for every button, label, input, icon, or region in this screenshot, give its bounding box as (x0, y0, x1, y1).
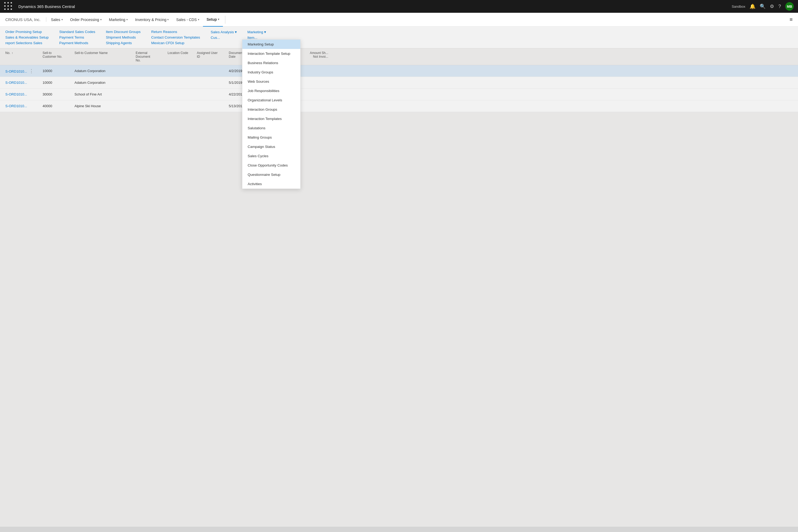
cell-sell-to-4: 40000 (40, 104, 72, 108)
cell-name-3: School of Fine Art (72, 92, 134, 96)
cell-sell-to-1: 10000 (40, 69, 72, 73)
mega-link-payment-terms[interactable]: Payment Terms (59, 35, 95, 39)
mega-col-3: Item Discount Groups Shipment Methods Sh… (106, 30, 141, 45)
app-title: Dynamics 365 Business Central (18, 4, 728, 9)
mega-link-item-discount-groups[interactable]: Item Discount Groups (106, 30, 141, 34)
nav-caret-order-processing: ▾ (100, 18, 101, 21)
col-header-user-id[interactable]: Assigned UserID (195, 49, 227, 65)
col-header-amount-not-invoiced[interactable]: Amount Sh...Not Invoi... (299, 49, 330, 65)
settings-icon[interactable]: ⚙ (770, 3, 774, 9)
cell-no-3[interactable]: S-ORD1010... (3, 92, 40, 96)
nav-label-setup: Setup (207, 17, 217, 22)
col-header-ext-doc[interactable]: ExternalDocumentNo. (134, 49, 166, 65)
col-header-loc-code[interactable]: Location Code (166, 49, 195, 65)
cell-name-1: Adatum Corporation (72, 69, 134, 73)
table-row[interactable]: S-ORD1010... ⋮ 10000 Adatum Corporation … (0, 65, 798, 77)
col-header-sell-to[interactable]: Sell-toCustomer No. (40, 49, 72, 65)
nav-label-inventory-pricing: Inventory & Pricing (135, 18, 167, 22)
dropdown-item-organizational-levels[interactable]: Organizational Levels (242, 95, 300, 105)
cell-sell-to-3: 30000 (40, 92, 72, 96)
mega-link-report-selections[interactable]: report Selections Sales (5, 41, 49, 45)
mega-col-4: Return Reasons Contact Conversion Templa… (151, 30, 200, 45)
nav-item-setup[interactable]: Setup ▾ (203, 13, 223, 26)
cell-no-1[interactable]: S-ORD1010... ⋮ (3, 68, 40, 74)
mega-link-shipping-agents[interactable]: Shipping Agents (106, 41, 141, 45)
bell-icon[interactable]: 🔔 (749, 3, 756, 9)
mega-col-5: Sales Analysis ▾ Cus... (211, 30, 237, 45)
table-row[interactable]: S-ORD1010... 30000 School of Fine Art 4/… (0, 89, 798, 100)
cell-no-2[interactable]: S-ORD1010... (3, 81, 40, 84)
mega-link-shipment-methods[interactable]: Shipment Methods (106, 35, 141, 39)
nav-label-order-processing: Order Processing (70, 18, 99, 22)
sort-arrow-no: ↑ (12, 52, 13, 55)
nav-item-sales-cds[interactable]: Sales - CDS ▾ (172, 13, 203, 26)
mega-link-sales-analysis[interactable]: Sales Analysis ▾ (211, 30, 237, 34)
mega-col-2: Standard Sales Codes Payment Terms Payme… (59, 30, 95, 45)
nav-label-sales-cds: Sales - CDS (176, 18, 196, 22)
mega-link-sales-receivables[interactable]: Sales & Receivables Setup (5, 35, 49, 39)
mega-link-mexican-cfdi[interactable]: Mexican CFDI Setup (151, 41, 200, 45)
main-nav-menu: Sales ▾ Order Processing ▾ Marketing ▾ I… (48, 13, 790, 26)
mega-link-payment-methods[interactable]: Payment Methods (59, 41, 95, 45)
mega-link-standard-sales-codes[interactable]: Standard Sales Codes (59, 30, 95, 34)
nav-label-sales: Sales (51, 18, 60, 22)
top-bar: Dynamics 365 Business Central Sandbox 🔔 … (0, 0, 798, 13)
dropdown-item-marketing-setup[interactable]: Marketing Setup (242, 40, 300, 49)
nav-caret-inventory-pricing: ▾ (167, 18, 169, 21)
nav-item-sales[interactable]: Sales ▾ (48, 13, 66, 26)
nav-caret-setup: ▾ (218, 18, 219, 21)
nav-item-order-processing[interactable]: Order Processing ▾ (66, 13, 105, 26)
dropdown-item-interaction-template-setup[interactable]: Interaction Template Setup (242, 49, 300, 58)
mega-link-contact-conversion[interactable]: Contact Conversion Templates (151, 35, 200, 39)
mega-link-cus[interactable]: Cus... (211, 36, 237, 40)
nav-item-inventory-pricing[interactable]: Inventory & Pricing ▾ (131, 13, 173, 26)
mega-link-item-dots[interactable]: Item... (247, 36, 266, 40)
cell-sell-to-2: 10000 (40, 81, 72, 84)
marketing-dropdown: Marketing Setup Interaction Template Set… (242, 39, 301, 112)
top-bar-actions: Sandbox 🔔 🔍 ⚙ ? MB (732, 2, 794, 11)
dropdown-item-job-responsibilities[interactable]: Job Responsibilities (242, 86, 300, 95)
table-row[interactable]: S-ORD1010... 40000 Alpine Ski House 5/13… (0, 100, 798, 112)
mega-link-marketing[interactable]: Marketing ▾ (247, 30, 266, 34)
mega-col-1: Order Promising Setup Sales & Receivable… (5, 30, 49, 45)
company-name: CRONUS USA, Inc. (5, 17, 46, 22)
dropdown-item-industry-groups[interactable]: Industry Groups (242, 68, 300, 77)
nav-separator (225, 16, 225, 24)
row-action-icon-1[interactable]: ⋮ (28, 68, 35, 74)
cell-name-2: Adatum Corporation (72, 81, 134, 84)
mega-menu: Order Promising Setup Sales & Receivable… (0, 26, 798, 49)
dropdown-item-interaction-groups[interactable]: Interaction Groups (242, 105, 300, 112)
col-header-sell-to-name[interactable]: Sell-to Customer Name (72, 49, 134, 65)
sales-orders-table: No. ↑ Sell-toCustomer No. Sell-to Custom… (0, 49, 798, 112)
nav-item-marketing[interactable]: Marketing ▾ (105, 13, 131, 26)
app-grid-icon[interactable] (4, 2, 13, 11)
mega-link-order-promising[interactable]: Order Promising Setup (5, 30, 49, 34)
nav-label-marketing: Marketing (109, 18, 125, 22)
col-header-no[interactable]: No. ↑ (3, 49, 40, 65)
cell-name-4: Alpine Ski House (72, 104, 134, 108)
table-row[interactable]: S-ORD1010... 10000 Adatum Corporation 5/… (0, 77, 798, 89)
hamburger-menu-icon[interactable]: ≡ (790, 17, 793, 23)
help-icon[interactable]: ? (778, 4, 781, 9)
search-icon[interactable]: 🔍 (760, 3, 765, 9)
nav-caret-sales-cds: ▾ (198, 18, 199, 21)
nav-caret-marketing: ▾ (126, 18, 128, 21)
nav-caret-sales: ▾ (61, 18, 63, 21)
dropdown-item-web-sources[interactable]: Web Sources (242, 77, 300, 86)
user-avatar[interactable]: MB (785, 2, 794, 11)
mega-link-return-reasons[interactable]: Return Reasons (151, 30, 200, 34)
cell-no-4[interactable]: S-ORD1010... (3, 104, 40, 108)
table-header: No. ↑ Sell-toCustomer No. Sell-to Custom… (0, 49, 798, 65)
dropdown-item-business-relations[interactable]: Business Relations (242, 58, 300, 68)
sandbox-label: Sandbox (732, 4, 745, 8)
secondary-nav: CRONUS USA, Inc. Sales ▾ Order Processin… (0, 13, 798, 26)
